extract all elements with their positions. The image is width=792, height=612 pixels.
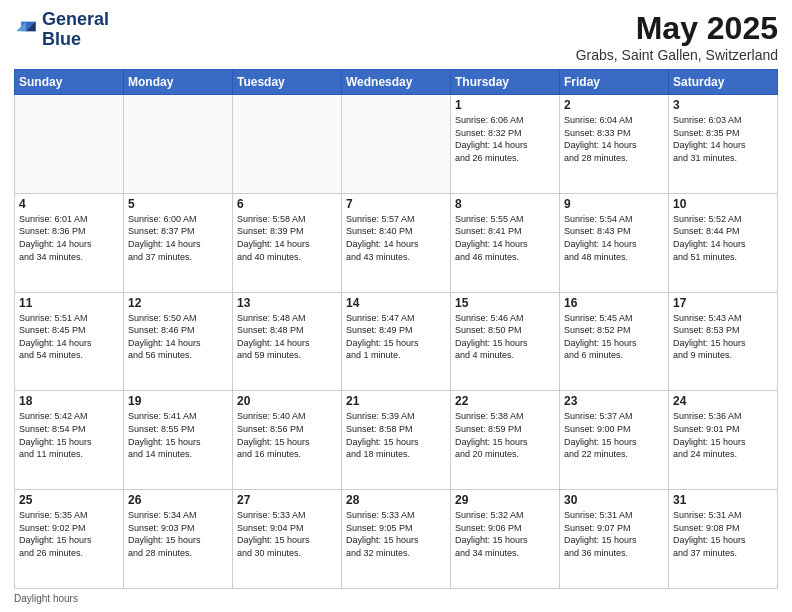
cell-info: Sunrise: 6:00 AM Sunset: 8:37 PM Dayligh… xyxy=(128,213,228,263)
day-number: 21 xyxy=(346,394,446,408)
cell-info: Sunrise: 5:55 AM Sunset: 8:41 PM Dayligh… xyxy=(455,213,555,263)
day-number: 7 xyxy=(346,197,446,211)
calendar-cell: 7Sunrise: 5:57 AM Sunset: 8:40 PM Daylig… xyxy=(342,193,451,292)
day-number: 20 xyxy=(237,394,337,408)
logo-icon xyxy=(14,18,38,42)
calendar-cell: 24Sunrise: 5:36 AM Sunset: 9:01 PM Dayli… xyxy=(669,391,778,490)
cell-info: Sunrise: 5:31 AM Sunset: 9:07 PM Dayligh… xyxy=(564,509,664,559)
logo-line1: General xyxy=(42,10,109,30)
cell-info: Sunrise: 5:33 AM Sunset: 9:04 PM Dayligh… xyxy=(237,509,337,559)
day-number: 11 xyxy=(19,296,119,310)
day-number: 23 xyxy=(564,394,664,408)
cell-info: Sunrise: 5:47 AM Sunset: 8:49 PM Dayligh… xyxy=(346,312,446,362)
day-number: 30 xyxy=(564,493,664,507)
cell-info: Sunrise: 5:46 AM Sunset: 8:50 PM Dayligh… xyxy=(455,312,555,362)
cell-info: Sunrise: 5:34 AM Sunset: 9:03 PM Dayligh… xyxy=(128,509,228,559)
cell-info: Sunrise: 5:51 AM Sunset: 8:45 PM Dayligh… xyxy=(19,312,119,362)
cell-info: Sunrise: 5:50 AM Sunset: 8:46 PM Dayligh… xyxy=(128,312,228,362)
calendar-cell: 3Sunrise: 6:03 AM Sunset: 8:35 PM Daylig… xyxy=(669,95,778,194)
day-number: 3 xyxy=(673,98,773,112)
calendar-cell: 26Sunrise: 5:34 AM Sunset: 9:03 PM Dayli… xyxy=(124,490,233,589)
calendar-cell: 28Sunrise: 5:33 AM Sunset: 9:05 PM Dayli… xyxy=(342,490,451,589)
cell-info: Sunrise: 5:40 AM Sunset: 8:56 PM Dayligh… xyxy=(237,410,337,460)
logo-line2: Blue xyxy=(42,30,109,50)
day-number: 9 xyxy=(564,197,664,211)
logo: General Blue xyxy=(14,10,109,50)
calendar-cell: 31Sunrise: 5:31 AM Sunset: 9:08 PM Dayli… xyxy=(669,490,778,589)
day-number: 28 xyxy=(346,493,446,507)
calendar-cell: 2Sunrise: 6:04 AM Sunset: 8:33 PM Daylig… xyxy=(560,95,669,194)
calendar-cell: 27Sunrise: 5:33 AM Sunset: 9:04 PM Dayli… xyxy=(233,490,342,589)
calendar-cell: 20Sunrise: 5:40 AM Sunset: 8:56 PM Dayli… xyxy=(233,391,342,490)
cell-info: Sunrise: 5:37 AM Sunset: 9:00 PM Dayligh… xyxy=(564,410,664,460)
calendar-cell: 8Sunrise: 5:55 AM Sunset: 8:41 PM Daylig… xyxy=(451,193,560,292)
cell-info: Sunrise: 5:39 AM Sunset: 8:58 PM Dayligh… xyxy=(346,410,446,460)
day-number: 14 xyxy=(346,296,446,310)
cell-info: Sunrise: 5:38 AM Sunset: 8:59 PM Dayligh… xyxy=(455,410,555,460)
day-header-friday: Friday xyxy=(560,70,669,95)
calendar-table: SundayMondayTuesdayWednesdayThursdayFrid… xyxy=(14,69,778,589)
calendar-cell: 5Sunrise: 6:00 AM Sunset: 8:37 PM Daylig… xyxy=(124,193,233,292)
calendar-cell: 18Sunrise: 5:42 AM Sunset: 8:54 PM Dayli… xyxy=(15,391,124,490)
calendar-cell: 21Sunrise: 5:39 AM Sunset: 8:58 PM Dayli… xyxy=(342,391,451,490)
day-number: 22 xyxy=(455,394,555,408)
calendar-cell: 17Sunrise: 5:43 AM Sunset: 8:53 PM Dayli… xyxy=(669,292,778,391)
day-number: 18 xyxy=(19,394,119,408)
day-header-tuesday: Tuesday xyxy=(233,70,342,95)
cell-info: Sunrise: 5:58 AM Sunset: 8:39 PM Dayligh… xyxy=(237,213,337,263)
calendar-week-1: 1Sunrise: 6:06 AM Sunset: 8:32 PM Daylig… xyxy=(15,95,778,194)
cell-info: Sunrise: 5:41 AM Sunset: 8:55 PM Dayligh… xyxy=(128,410,228,460)
cell-info: Sunrise: 5:33 AM Sunset: 9:05 PM Dayligh… xyxy=(346,509,446,559)
calendar-cell xyxy=(342,95,451,194)
calendar-cell: 10Sunrise: 5:52 AM Sunset: 8:44 PM Dayli… xyxy=(669,193,778,292)
calendar-cell: 22Sunrise: 5:38 AM Sunset: 8:59 PM Dayli… xyxy=(451,391,560,490)
calendar-cell: 29Sunrise: 5:32 AM Sunset: 9:06 PM Dayli… xyxy=(451,490,560,589)
footer: Daylight hours xyxy=(14,593,778,604)
calendar-cell: 11Sunrise: 5:51 AM Sunset: 8:45 PM Dayli… xyxy=(15,292,124,391)
day-number: 24 xyxy=(673,394,773,408)
day-header-monday: Monday xyxy=(124,70,233,95)
day-header-sunday: Sunday xyxy=(15,70,124,95)
cell-info: Sunrise: 5:48 AM Sunset: 8:48 PM Dayligh… xyxy=(237,312,337,362)
day-number: 12 xyxy=(128,296,228,310)
footer-label: Daylight hours xyxy=(14,593,78,604)
day-header-thursday: Thursday xyxy=(451,70,560,95)
calendar-header-row: SundayMondayTuesdayWednesdayThursdayFrid… xyxy=(15,70,778,95)
logo-text: General Blue xyxy=(42,10,109,50)
calendar-cell: 13Sunrise: 5:48 AM Sunset: 8:48 PM Dayli… xyxy=(233,292,342,391)
day-number: 25 xyxy=(19,493,119,507)
calendar-cell: 16Sunrise: 5:45 AM Sunset: 8:52 PM Dayli… xyxy=(560,292,669,391)
cell-info: Sunrise: 5:45 AM Sunset: 8:52 PM Dayligh… xyxy=(564,312,664,362)
day-number: 16 xyxy=(564,296,664,310)
cell-info: Sunrise: 5:43 AM Sunset: 8:53 PM Dayligh… xyxy=(673,312,773,362)
day-header-wednesday: Wednesday xyxy=(342,70,451,95)
calendar-cell: 15Sunrise: 5:46 AM Sunset: 8:50 PM Dayli… xyxy=(451,292,560,391)
cell-info: Sunrise: 6:03 AM Sunset: 8:35 PM Dayligh… xyxy=(673,114,773,164)
main-title: May 2025 xyxy=(576,10,778,47)
calendar-cell: 19Sunrise: 5:41 AM Sunset: 8:55 PM Dayli… xyxy=(124,391,233,490)
calendar-cell: 9Sunrise: 5:54 AM Sunset: 8:43 PM Daylig… xyxy=(560,193,669,292)
day-number: 17 xyxy=(673,296,773,310)
day-header-saturday: Saturday xyxy=(669,70,778,95)
cell-info: Sunrise: 6:01 AM Sunset: 8:36 PM Dayligh… xyxy=(19,213,119,263)
day-number: 27 xyxy=(237,493,337,507)
day-number: 26 xyxy=(128,493,228,507)
day-number: 2 xyxy=(564,98,664,112)
cell-info: Sunrise: 5:57 AM Sunset: 8:40 PM Dayligh… xyxy=(346,213,446,263)
day-number: 10 xyxy=(673,197,773,211)
day-number: 13 xyxy=(237,296,337,310)
title-block: May 2025 Grabs, Saint Gallen, Switzerlan… xyxy=(576,10,778,63)
subtitle: Grabs, Saint Gallen, Switzerland xyxy=(576,47,778,63)
calendar-cell: 4Sunrise: 6:01 AM Sunset: 8:36 PM Daylig… xyxy=(15,193,124,292)
page: General Blue May 2025 Grabs, Saint Galle… xyxy=(0,0,792,612)
calendar-cell: 12Sunrise: 5:50 AM Sunset: 8:46 PM Dayli… xyxy=(124,292,233,391)
day-number: 29 xyxy=(455,493,555,507)
cell-info: Sunrise: 5:54 AM Sunset: 8:43 PM Dayligh… xyxy=(564,213,664,263)
header: General Blue May 2025 Grabs, Saint Galle… xyxy=(14,10,778,63)
day-number: 6 xyxy=(237,197,337,211)
day-number: 4 xyxy=(19,197,119,211)
calendar-cell: 25Sunrise: 5:35 AM Sunset: 9:02 PM Dayli… xyxy=(15,490,124,589)
calendar-cell xyxy=(124,95,233,194)
day-number: 5 xyxy=(128,197,228,211)
cell-info: Sunrise: 5:32 AM Sunset: 9:06 PM Dayligh… xyxy=(455,509,555,559)
